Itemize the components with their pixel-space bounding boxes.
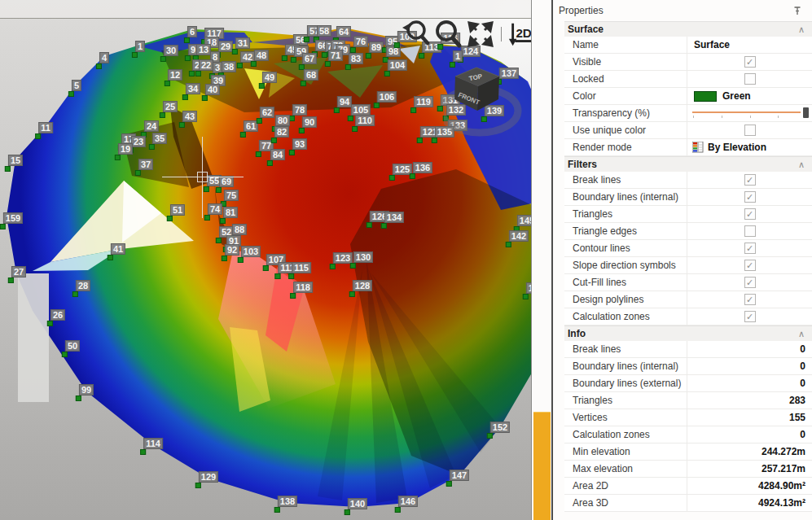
point-label: 106 bbox=[377, 91, 397, 103]
property-row: Triangles✓ bbox=[564, 206, 812, 223]
info-value: 283 bbox=[687, 395, 812, 406]
properties-panel: Properties Surface∧NameSurfaceVisible✓Lo… bbox=[551, 0, 812, 520]
point-label: 119 bbox=[414, 96, 433, 107]
panel-gutter bbox=[533, 0, 551, 520]
point-label: 115 bbox=[292, 262, 311, 273]
point-label: 22 bbox=[199, 59, 213, 71]
property-value bbox=[687, 122, 812, 138]
property-label: Boundary lines (external) bbox=[564, 378, 687, 389]
property-row: Max elevation257.217m bbox=[564, 461, 812, 478]
section-header-filters[interactable]: Filters∧ bbox=[564, 156, 812, 172]
point-label: 15 bbox=[8, 155, 23, 166]
property-row: Visible✓ bbox=[564, 54, 812, 71]
transparency-slider[interactable] bbox=[691, 105, 809, 121]
checkbox[interactable]: ✓ bbox=[744, 208, 756, 220]
point-label: 92 bbox=[225, 244, 239, 256]
point-label: 1 bbox=[135, 41, 145, 52]
checkbox[interactable]: ✓ bbox=[744, 260, 756, 271]
point-label: 88 bbox=[232, 224, 247, 235]
collapse-chevron-icon[interactable]: ∧ bbox=[798, 329, 805, 339]
property-row: Boundary lines (external)0 bbox=[564, 375, 812, 392]
point-label: 62 bbox=[260, 107, 274, 118]
pin-icon[interactable] bbox=[792, 6, 802, 15]
render-mode-value[interactable]: By Elevation bbox=[708, 142, 766, 153]
point-label: 94 bbox=[337, 96, 352, 107]
section-title: Filters bbox=[568, 159, 597, 170]
slider-handle[interactable] bbox=[803, 107, 809, 118]
point-label: 104 bbox=[388, 59, 407, 71]
property-row: Contour lines✓ bbox=[564, 240, 812, 257]
point-label: 147 bbox=[450, 470, 469, 481]
checkbox[interactable]: ✓ bbox=[744, 294, 756, 305]
point-label: 83 bbox=[349, 53, 363, 64]
property-value: ✓ bbox=[687, 257, 812, 273]
point-label: 81 bbox=[223, 207, 238, 218]
point-label: 105 bbox=[351, 104, 371, 116]
checkbox[interactable]: ✓ bbox=[744, 174, 756, 186]
point-label: 24 bbox=[144, 120, 159, 132]
checkbox[interactable] bbox=[744, 73, 756, 85]
point-label: 30 bbox=[164, 45, 178, 56]
point-label: 75 bbox=[224, 190, 239, 201]
collapse-chevron-icon[interactable]: ∧ bbox=[798, 24, 805, 35]
point-label: 28 bbox=[76, 280, 90, 291]
navigation-cube[interactable]: TOP FRONT bbox=[444, 57, 532, 142]
property-label: Area 2D bbox=[564, 480, 687, 492]
color-swatch[interactable] bbox=[694, 91, 717, 102]
property-row: Boundary lines (internal)✓ bbox=[564, 189, 812, 206]
checkbox[interactable] bbox=[744, 225, 756, 237]
property-label: Contour lines bbox=[564, 243, 687, 254]
checkbox[interactable]: ✓ bbox=[744, 311, 756, 322]
checkbox[interactable]: ✓ bbox=[744, 277, 756, 288]
point-label: 4 bbox=[99, 52, 109, 63]
section-header-surface[interactable]: Surface∧ bbox=[564, 21, 812, 37]
point-label: 114 bbox=[143, 438, 163, 449]
property-value: Green bbox=[687, 88, 812, 104]
name-value[interactable]: Surface bbox=[687, 39, 730, 50]
property-label: Transparency (%) bbox=[564, 107, 687, 119]
point-label: 51 bbox=[170, 204, 185, 216]
property-value bbox=[687, 105, 812, 121]
point-label: 50 bbox=[65, 340, 80, 352]
color-name: Green bbox=[722, 90, 751, 102]
info-value: 0 bbox=[687, 429, 812, 440]
point-label: 37 bbox=[138, 159, 153, 170]
property-value: 257.217m bbox=[687, 461, 812, 477]
property-row: Area 3D4924.13m² bbox=[564, 495, 812, 512]
toolbar-separator bbox=[501, 27, 502, 42]
point-label: 29 bbox=[218, 41, 233, 52]
checkbox[interactable]: ✓ bbox=[744, 56, 756, 68]
section-header-info[interactable]: Info∧ bbox=[564, 326, 812, 341]
point-label: 35 bbox=[152, 133, 167, 144]
point-label: 25 bbox=[163, 101, 178, 112]
point-label: 11 bbox=[38, 122, 53, 133]
point-label: 99 bbox=[79, 384, 94, 395]
point-label: 38 bbox=[222, 61, 236, 72]
checkbox[interactable]: ✓ bbox=[744, 243, 756, 254]
checkbox[interactable]: ✓ bbox=[744, 191, 756, 203]
point-label: 68 bbox=[304, 69, 318, 81]
point-label: 134 bbox=[384, 212, 404, 223]
checkbox[interactable] bbox=[744, 125, 756, 136]
point-label: 6 bbox=[187, 26, 197, 37]
point-label: 69 bbox=[219, 176, 234, 187]
point-label: 159 bbox=[3, 212, 23, 224]
point-label: 27 bbox=[11, 266, 26, 277]
property-label: Design polylines bbox=[564, 294, 687, 305]
view-2d-icon[interactable]: 2D bbox=[507, 18, 532, 50]
point-label: 151 bbox=[526, 282, 532, 294]
property-label: Visible bbox=[564, 56, 687, 68]
property-label: Break lines bbox=[564, 174, 687, 186]
collapse-chevron-icon[interactable]: ∧ bbox=[798, 159, 805, 170]
point-label: 84 bbox=[270, 149, 285, 160]
property-label: Locked bbox=[564, 73, 687, 85]
highlight-strip bbox=[533, 412, 551, 520]
property-row: Break lines✓ bbox=[564, 172, 812, 189]
point-label: 49 bbox=[262, 72, 277, 83]
3d-viewport[interactable]: 6117145111515927282650994130318293191382… bbox=[0, 0, 532, 520]
property-row: Calculation zones✓ bbox=[564, 308, 812, 326]
zoom-previous-icon[interactable] bbox=[401, 18, 430, 50]
zoom-extents-icon[interactable] bbox=[466, 18, 495, 50]
property-value: ✓ bbox=[687, 240, 812, 256]
zoom-window-icon[interactable] bbox=[433, 18, 463, 50]
